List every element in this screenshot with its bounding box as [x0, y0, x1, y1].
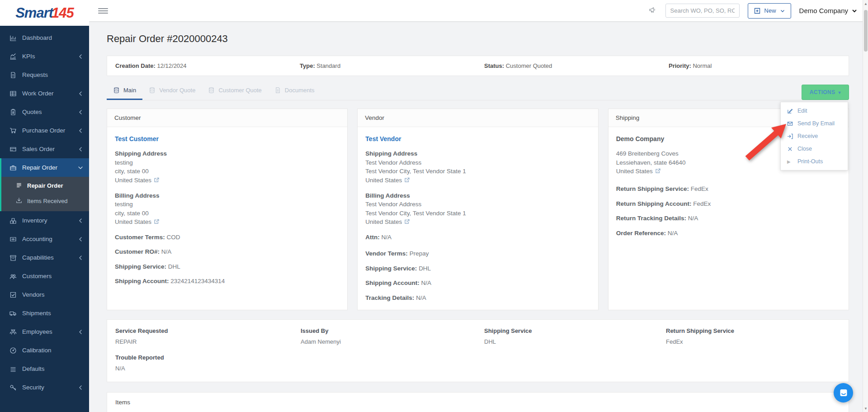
sidebar-item-capabilities[interactable]: Capabilities — [0, 248, 89, 267]
chevron-left-icon — [78, 147, 83, 152]
sidebar-item-vendors[interactable]: Vendors — [0, 285, 89, 304]
tab-customer-quote[interactable]: Customer Quote — [202, 82, 268, 100]
scroll-down-arrow[interactable]: ▼ — [863, 406, 868, 411]
external-link-icon[interactable] — [404, 177, 410, 183]
external-link-icon[interactable] — [154, 177, 159, 183]
sidebar-item-label: Purchase Order — [22, 127, 65, 134]
sidebar-item-employees[interactable]: Employees — [0, 322, 89, 341]
field-label: Issued By — [301, 327, 484, 334]
field-label: Order Reference: — [616, 230, 666, 237]
sidebar-item-calibration[interactable]: Calibration — [0, 341, 89, 360]
menu-item-close[interactable]: Close — [781, 142, 848, 155]
search-input[interactable] — [665, 4, 740, 18]
list-icon — [16, 182, 22, 189]
sidebar-item-label: Employees — [22, 328, 52, 335]
sidebar-item-label: Customers — [22, 273, 52, 279]
shipping-service-field: Shipping Service DHL — [484, 327, 666, 345]
hamburger-menu-icon[interactable] — [98, 8, 108, 14]
edit-icon — [787, 108, 793, 114]
sidebar-item-purchase-order[interactable]: Purchase Order — [0, 121, 89, 140]
vendor-billing-address: Billing Address Test Vendor Address Test… — [365, 191, 590, 227]
external-link-icon[interactable] — [154, 219, 159, 224]
field-value: DHL — [419, 265, 431, 272]
field-label: Vendor Terms: — [365, 250, 408, 257]
summary-label: Priority: — [669, 62, 691, 69]
kpi-chart-icon — [9, 52, 17, 60]
new-button-label: New — [764, 7, 776, 14]
menu-item-edit[interactable]: Edit — [781, 104, 848, 117]
external-link-icon[interactable] — [655, 168, 660, 174]
actions-button-label: ACTIONS — [810, 89, 835, 95]
sidebar-item-inventory[interactable]: Inventory — [0, 211, 89, 230]
submenu-item-label: Items Received — [27, 198, 68, 204]
sidebar-item-defaults[interactable]: Defaults — [0, 360, 89, 378]
field-label: Service Requested — [115, 327, 301, 334]
sidebar-item-sales-order[interactable]: Sales Order — [0, 140, 89, 158]
field-value: Prepay — [410, 250, 429, 257]
menu-item-label: Close — [797, 146, 812, 152]
sidebar-item-shipments[interactable]: Shipments — [0, 304, 89, 322]
address-country: United States — [616, 168, 653, 175]
lines-icon — [9, 365, 17, 373]
field-value: N/A — [115, 365, 840, 372]
sidebar-item-label: Dashboard — [22, 34, 52, 41]
address-line: Test Vendor City, Test Vendor State 1 — [365, 167, 590, 176]
summary-status: Status: Customer Quoted — [484, 62, 669, 69]
address-label: Shipping Address — [365, 149, 590, 158]
cart-icon — [9, 127, 17, 134]
field-label: Customer RO#: — [115, 248, 160, 255]
sidebar-item-quotes[interactable]: Quotes — [0, 103, 89, 121]
sidebar-item-label: Defaults — [22, 365, 45, 372]
sidebar-item-kpis[interactable]: KPIs — [0, 47, 89, 66]
address-country-line: United States — [115, 176, 340, 185]
vendor-link[interactable]: Test Vendor — [365, 134, 401, 143]
field-value: FedEx — [693, 200, 711, 207]
bar-chart-icon — [9, 34, 17, 42]
tab-main[interactable]: Main — [107, 82, 142, 100]
sidebar-item-requests[interactable]: Requests — [0, 66, 89, 84]
tab-vendor-quote[interactable]: Vendor Quote — [142, 82, 202, 100]
envelope-icon — [787, 121, 793, 127]
sidebar-item-accounting[interactable]: Accounting — [0, 230, 89, 248]
chevron-left-icon — [78, 256, 83, 260]
app-logo[interactable]: Smart 145 — [0, 0, 89, 26]
submenu-item-repair-order[interactable]: Repair Order — [1, 178, 89, 193]
actions-button[interactable]: ACTIONS ▾ — [802, 85, 849, 100]
sidebar-item-label: Repair Order — [22, 164, 57, 171]
sidebar-item-repair-order[interactable]: Repair Order — [0, 158, 89, 177]
menu-item-receive[interactable]: Receive — [781, 130, 848, 142]
sidebar-item-dashboard[interactable]: Dashboard — [0, 28, 89, 47]
announcements-icon[interactable] — [648, 5, 657, 16]
customer-link[interactable]: Test Customer — [115, 134, 159, 143]
sidebar-item-work-order[interactable]: Work Order — [0, 84, 89, 103]
page-scrollbar[interactable]: ▲ ▼ — [863, 0, 868, 412]
main-content: Repair Order #2020000243 Creation Date: … — [89, 0, 868, 412]
close-icon — [787, 146, 793, 152]
trouble-reported-field: Trouble Reported N/A — [115, 354, 840, 372]
sidebar-item-label: Work Order — [22, 90, 54, 97]
sidebar-item-security[interactable]: Security — [0, 378, 89, 397]
plus-box-icon — [754, 8, 760, 14]
company-switcher[interactable]: Demo Company — [799, 7, 857, 14]
chevron-left-icon — [78, 218, 83, 223]
external-link-icon[interactable] — [404, 219, 410, 224]
menu-item-print-outs[interactable]: ▶ Print-Outs — [781, 155, 848, 168]
customer-card: Customer Test Customer Shipping Address … — [107, 109, 348, 310]
sidebar-item-customers[interactable]: Customers — [0, 267, 89, 285]
new-button[interactable]: New — [748, 3, 791, 19]
tab-label: Customer Quote — [218, 87, 261, 94]
tab-documents[interactable]: Documents — [268, 82, 321, 100]
chat-widget-button[interactable] — [834, 383, 853, 403]
field-label: Return Shipping Service: — [616, 185, 689, 192]
archive-icon — [9, 254, 17, 261]
caret-down-icon: ▾ — [839, 90, 841, 95]
vendor-terms-field: Vendor Terms: Prepay — [365, 249, 590, 258]
scroll-up-arrow[interactable]: ▲ — [863, 1, 868, 6]
submenu-item-items-received[interactable]: Items Received — [1, 193, 89, 208]
scrollbar-thumb[interactable] — [864, 10, 868, 52]
file-icon — [9, 71, 17, 79]
chevron-left-icon — [78, 330, 83, 334]
field-value: N/A — [382, 234, 392, 241]
menu-item-send-by-email[interactable]: Send By Email — [781, 117, 848, 130]
summary-value: Normal — [693, 62, 712, 69]
